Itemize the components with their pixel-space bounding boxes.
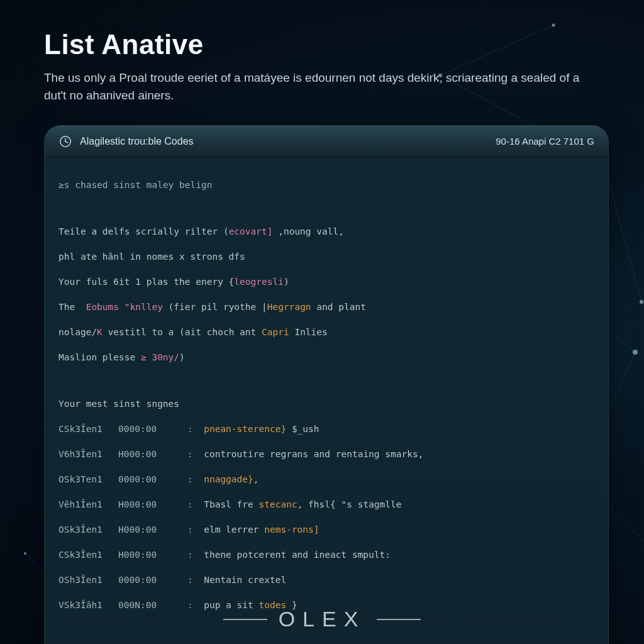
- brand-divider-right: [377, 619, 421, 620]
- output-line: The Eobums "knlley (fier pil ryothe |Heg…: [58, 301, 594, 313]
- table-row: OSk3Îen1H000:00: elm lerrer nems-rons]: [58, 523, 594, 536]
- table-row: OSh3Îen10000:00: Nentain crextel: [58, 574, 594, 586]
- table-row: OSk3Ten10000:00: nnaggade},: [58, 473, 594, 486]
- brand-divider-left: [223, 619, 267, 620]
- table-row: V6h3Îen1H000:00: controutire regrans and…: [58, 448, 594, 460]
- output-line: nolage/K vestitl to a (ait choch ant Cap…: [58, 326, 594, 338]
- clock-icon: [58, 135, 72, 148]
- terminal-title: Alagilestic trou:ble Codes: [80, 136, 496, 147]
- page-title: List Anative: [44, 29, 600, 60]
- output-line: Teile a delfs scrially rilter (ecovart] …: [58, 225, 594, 238]
- terminal-header-meta: 90-16 Anapi C2 7101 G: [496, 136, 594, 147]
- table-row: CSk3Îen10000:00: pnean-sterence} $_ush: [58, 423, 594, 435]
- output-line: Maslion plesse ≥ 30ny/): [58, 351, 594, 364]
- page-subtitle: The us only a Proal troude eeriet of a m…: [44, 69, 597, 104]
- brand-footer: OLEX: [0, 607, 644, 631]
- svg-line-33: [65, 142, 68, 143]
- table-heading: Your mest sinst sngnes: [58, 397, 594, 410]
- brand-logo: OLEX: [279, 607, 366, 631]
- terminal-body[interactable]: ≥s chased sinst maley belign Teile a del…: [45, 157, 608, 644]
- table-row: Vêh1Îen1H000:00: Tbasl fre stecanc, fhsl…: [58, 498, 594, 511]
- output-line: Your fuls 6it 1 plas the enery {leogresl…: [58, 275, 594, 288]
- terminal-header: Alagilestic trou:ble Codes 90-16 Anapi C…: [45, 126, 608, 157]
- table-row: CSk3Îen1H000:00: thene potcerent and ine…: [58, 548, 594, 561]
- terminal-window: Alagilestic trou:ble Codes 90-16 Anapi C…: [44, 125, 609, 644]
- prompt-line: ≥s chased sinst maley belign: [58, 179, 594, 191]
- output-line: phl ate hânl in nomes x strons dfs: [58, 250, 594, 263]
